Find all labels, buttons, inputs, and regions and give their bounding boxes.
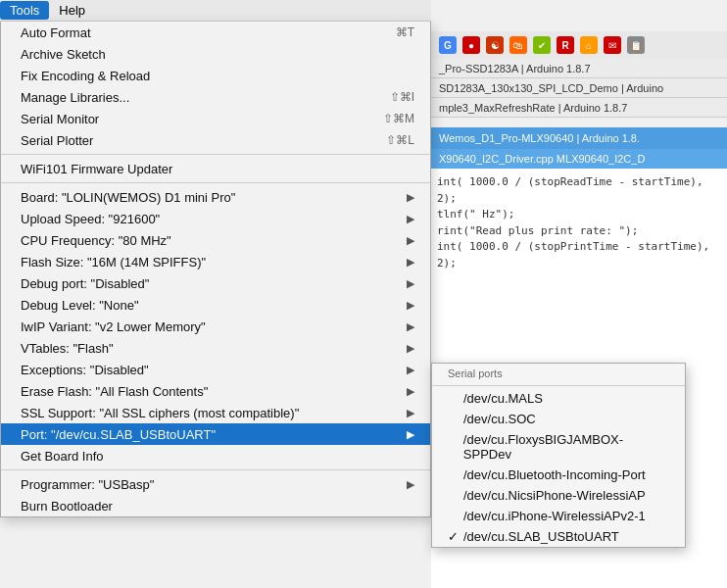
- ide-tab-area: _Pro-SSD1283A | Arduino 1.8.7 SD1283A_13…: [431, 59, 727, 118]
- menu-item-debug-level[interactable]: Debug Level: "None" ▶: [1, 294, 430, 316]
- code-line-1: int( 1000.0 / (stopReadTime - startTime)…: [437, 174, 721, 207]
- browser-icon-mail: ✉: [604, 36, 621, 54]
- separator-2: [1, 182, 430, 183]
- menu-item-archive-sketch[interactable]: Archive Sketch: [1, 43, 430, 65]
- menu-item-manage-libraries[interactable]: Manage Libraries... ⇧⌘I: [1, 86, 430, 108]
- menu-item-serial-monitor[interactable]: Serial Monitor ⇧⌘M: [1, 108, 430, 129]
- menu-item-vtables[interactable]: VTables: "Flash" ▶: [1, 337, 430, 359]
- code-line-2: tlnf(" Hz");: [437, 207, 721, 223]
- tools-dropdown: Auto Format ⌘T Archive Sketch Fix Encodi…: [0, 22, 431, 517]
- menu-item-fix-encoding[interactable]: Fix Encoding & Reload: [1, 65, 430, 86]
- menu-item-programmer[interactable]: Programmer: "USBasp" ▶: [1, 473, 430, 495]
- port-submenu: Serial ports /dev/cu.MALS /dev/cu.SOC /d…: [431, 363, 686, 548]
- menu-item-erase-flash[interactable]: Erase Flash: "All Flash Contents" ▶: [1, 380, 430, 402]
- submenu-separator: [432, 385, 685, 386]
- menu-tools[interactable]: Tools: [0, 1, 49, 20]
- browser-icon-clip: 📋: [627, 36, 645, 54]
- menu-bar: Tools Help: [0, 0, 431, 22]
- ide-tab-5[interactable]: X90640_I2C_Driver.cpp MLX90640_I2C_D: [431, 149, 727, 169]
- browser-icon-check: ✔: [533, 36, 551, 54]
- browser-icon-red: ●: [462, 36, 480, 54]
- browser-icon-g: G: [439, 36, 457, 54]
- submenu-item-mals[interactable]: /dev/cu.MALS: [432, 388, 685, 409]
- menu-item-burn-bootloader[interactable]: Burn Bootloader: [1, 495, 430, 516]
- browser-icon-bag: 🛍: [509, 36, 527, 54]
- menu-item-flash-size[interactable]: Flash Size: "16M (14M SPIFFS)" ▶: [1, 251, 430, 272]
- submenu-item-slab[interactable]: ✓ /dev/cu.SLAB_USBtoUART: [432, 526, 685, 547]
- separator-3: [1, 469, 430, 470]
- menu-item-wifi101[interactable]: WiFi101 Firmware Updater: [1, 158, 430, 179]
- browser-icon-spiral: ☯: [486, 36, 504, 54]
- ide-tab-2[interactable]: SD1283A_130x130_SPI_LCD_Demo | Arduino: [431, 78, 727, 98]
- browser-icon-home: ⌂: [580, 36, 598, 54]
- menu-item-ssl-support[interactable]: SSL Support: "All SSL ciphers (most comp…: [1, 402, 430, 423]
- code-line-3: rint("Read plus print rate: ");: [437, 223, 721, 240]
- menu-item-serial-plotter[interactable]: Serial Plotter ⇧⌘L: [1, 129, 430, 151]
- menu-item-get-board-info[interactable]: Get Board Info: [1, 445, 430, 466]
- submenu-item-iphone[interactable]: /dev/cu.iPhone-WirelessiAPv2-1: [432, 506, 685, 526]
- submenu-item-bluetooth[interactable]: /dev/cu.Bluetooth-Incoming-Port: [432, 465, 685, 485]
- submenu-item-soc[interactable]: /dev/cu.SOC: [432, 409, 685, 429]
- ide-tab-active[interactable]: Wemos_D1_Pro-MLX90640 | Arduino 1.8.: [431, 127, 727, 149]
- submenu-header: Serial ports: [432, 364, 685, 383]
- ide-tab-3[interactable]: mple3_MaxRefreshRate | Arduino 1.8.7: [431, 98, 727, 118]
- menu-item-board[interactable]: Board: "LOLIN(WEMOS) D1 mini Pro" ▶: [1, 186, 430, 208]
- menu-item-iwip[interactable]: IwIP Variant: "v2 Lower Memory" ▶: [1, 316, 430, 337]
- menu-item-cpu-freq[interactable]: CPU Frequency: "80 MHz" ▶: [1, 229, 430, 251]
- menu-item-debug-port[interactable]: Debug port: "Disabled" ▶: [1, 272, 430, 294]
- menu-item-port[interactable]: Port: "/dev/cu.SLAB_USBtoUART" ▶: [1, 423, 430, 445]
- menu-help[interactable]: Help: [49, 1, 95, 20]
- menu-item-upload-speed[interactable]: Upload Speed: "921600" ▶: [1, 208, 430, 229]
- separator-1: [1, 154, 430, 155]
- submenu-item-floxys[interactable]: /dev/cu.FloxysBI​GJAMBOX-SPPDev: [432, 429, 685, 465]
- browser-icon-r: R: [557, 36, 574, 54]
- ide-tab-1[interactable]: _Pro-SSD1283A | Arduino 1.8.7: [431, 59, 727, 78]
- submenu-item-nicsi[interactable]: /dev/cu.NicsiPhone-WirelessiAP: [432, 485, 685, 506]
- code-line-4: int( 1000.0 / (stopPrintTime - startTime…: [437, 239, 721, 271]
- menu-item-auto-format[interactable]: Auto Format ⌘T: [1, 22, 430, 43]
- menu-item-exceptions[interactable]: Exceptions: "Disabled" ▶: [1, 359, 430, 380]
- browser-toolbar: G ● ☯ 🛍 ✔ R ⌂ ✉ 📋: [431, 31, 727, 59]
